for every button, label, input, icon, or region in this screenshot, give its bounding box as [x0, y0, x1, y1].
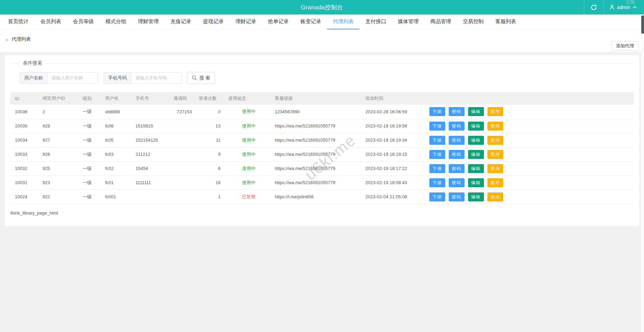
cell-status: 使用中: [225, 176, 272, 190]
cell-username: xb8888: [102, 105, 133, 119]
cell-status: 使用中: [225, 119, 272, 133]
nav-tab-16[interactable]: 客服列表: [489, 15, 522, 29]
add-agent-button[interactable]: 添加代理: [612, 41, 638, 51]
nav-tab-12[interactable]: 支付接口: [360, 15, 392, 29]
nav-tab-5[interactable]: 理财管理: [132, 15, 165, 29]
nav-tab-8[interactable]: 理财记录: [230, 15, 262, 29]
nav-tab-1[interactable]: 首页统计: [2, 15, 35, 29]
column-header-actions: [427, 92, 634, 105]
cell-actions: 下级密码编辑禁用: [427, 161, 634, 176]
username-input[interactable]: [47, 72, 98, 84]
disable-button[interactable]: 禁用: [487, 107, 503, 116]
cell-level: 一级: [80, 105, 102, 119]
edit-button[interactable]: 编辑: [468, 192, 484, 201]
password-button[interactable]: 密码: [449, 164, 465, 173]
cell-login-count: 13: [196, 119, 225, 133]
sub-agents-button[interactable]: 下级: [429, 192, 445, 201]
scrollbar-thumb[interactable]: [641, 16, 644, 34]
top-header-bar: Granada控制台 正版 admin: [0, 0, 644, 15]
column-header-status: 使用状态: [225, 92, 272, 105]
edit-button[interactable]: 编辑: [468, 136, 484, 145]
sub-agents-button[interactable]: 下级: [429, 178, 445, 187]
password-button[interactable]: 密码: [449, 150, 465, 159]
enable-button[interactable]: 启用: [487, 192, 503, 201]
sub-agents-button[interactable]: 下级: [429, 107, 445, 116]
column-header-added_time: 添加时间: [363, 92, 427, 105]
breadcrumb-bar: » 代理列表 添加代理: [0, 30, 644, 52]
cell-service-link: https://wa.me/5216591055779: [272, 161, 363, 176]
cell-added-time: 2023-02-28 16:06:59: [363, 105, 427, 119]
cell-actions: 下级密码编辑禁用: [427, 133, 634, 147]
nav-tab-6[interactable]: 充值记录: [165, 15, 197, 29]
cell-phone: [133, 105, 171, 119]
cell-id: 10033: [10, 147, 40, 161]
user-menu[interactable]: admin: [604, 0, 641, 15]
cell-login-count: 6: [196, 161, 225, 176]
search-button[interactable]: 搜 索: [187, 72, 215, 84]
cell-added-time: 2023-02-04 21:05:08: [363, 190, 427, 204]
status-badge: 使用中: [242, 123, 255, 129]
disable-button[interactable]: 禁用: [487, 178, 503, 187]
search-form: 用户名称 手机号码 搜 索: [20, 72, 634, 84]
nav-tab-9[interactable]: 抢单记录: [262, 15, 295, 29]
password-button[interactable]: 密码: [449, 192, 465, 201]
nav-tab-3[interactable]: 会员等级: [67, 15, 100, 29]
edit-button[interactable]: 编辑: [468, 107, 484, 116]
nav-tab-11[interactable]: 代理列表: [327, 15, 360, 29]
sub-agents-button[interactable]: 下级: [429, 122, 445, 131]
cell-login-count: 1: [196, 190, 225, 204]
nav-tab-14[interactable]: 商品管理: [424, 15, 457, 29]
cell-status: 使用中: [225, 161, 272, 176]
nav-tab-4[interactable]: 模式分组: [100, 15, 132, 29]
cell-bind-user-id: 923: [40, 176, 80, 190]
cell-invite-code: [171, 133, 196, 147]
column-header-phone: 手机号: [133, 92, 171, 105]
sub-agents-button[interactable]: 下级: [429, 136, 445, 145]
table-row: 10032925一级fc02154546使用中https://wa.me/521…: [10, 161, 634, 176]
sub-agents-button[interactable]: 下级: [429, 150, 445, 159]
edit-button[interactable]: 编辑: [468, 122, 484, 131]
cell-invite-code: [171, 119, 196, 133]
cell-id: 10024: [10, 190, 40, 204]
nav-tab-10[interactable]: 账变记录: [295, 15, 327, 29]
cell-login-count: 16: [196, 176, 225, 190]
nav-tab-15[interactable]: 交易控制: [457, 15, 489, 29]
cell-username: fc01: [102, 176, 133, 190]
cell-actions: 下级密码编辑禁用: [427, 105, 634, 119]
chevron-up-icon: [633, 6, 637, 9]
table-row: 10033926一级fc032112129使用中https://wa.me/52…: [10, 147, 634, 161]
disable-button[interactable]: 禁用: [487, 164, 503, 173]
cell-status: 已禁用: [225, 190, 272, 204]
refresh-button[interactable]: [584, 0, 604, 15]
scrollbar-track[interactable]: [641, 15, 644, 332]
edit-button[interactable]: 编辑: [468, 150, 484, 159]
phone-label: 手机号码: [104, 72, 131, 84]
nav-tab-2[interactable]: 会员列表: [35, 15, 67, 29]
cell-id: 10032: [10, 161, 40, 176]
disable-button[interactable]: 禁用: [487, 122, 503, 131]
disable-button[interactable]: 禁用: [487, 150, 503, 159]
phone-input[interactable]: [131, 72, 182, 84]
search-legend: 条件搜索: [19, 60, 46, 66]
edit-button[interactable]: 编辑: [468, 164, 484, 173]
password-button[interactable]: 密码: [449, 122, 465, 131]
sub-agents-button[interactable]: 下级: [429, 164, 445, 173]
agents-table: ID绑定用户ID级别用户名手机号邀请码登录次数使用状态客服链接添加时间 1003…: [10, 92, 634, 204]
cell-level: 一级: [80, 176, 102, 190]
nav-tab-7[interactable]: 提现记录: [197, 15, 230, 29]
cell-status: 使用中: [225, 133, 272, 147]
edit-button[interactable]: 编辑: [468, 178, 484, 187]
cell-username: fc05: [102, 133, 133, 147]
cell-invite-code: [171, 147, 196, 161]
cell-phone: 15454: [133, 161, 171, 176]
refresh-icon: [590, 4, 597, 11]
cell-id: 10034: [10, 133, 40, 147]
nav-tab-13[interactable]: 媒体管理: [392, 15, 424, 29]
column-header-bind_user_id: 绑定用户ID: [40, 92, 80, 105]
disable-button[interactable]: 禁用: [487, 136, 503, 145]
password-button[interactable]: 密码: [449, 136, 465, 145]
password-button[interactable]: 密码: [449, 107, 465, 116]
cell-login-count: 0: [196, 105, 225, 119]
password-button[interactable]: 密码: [449, 178, 465, 187]
cell-bind-user-id: 922: [40, 190, 80, 204]
